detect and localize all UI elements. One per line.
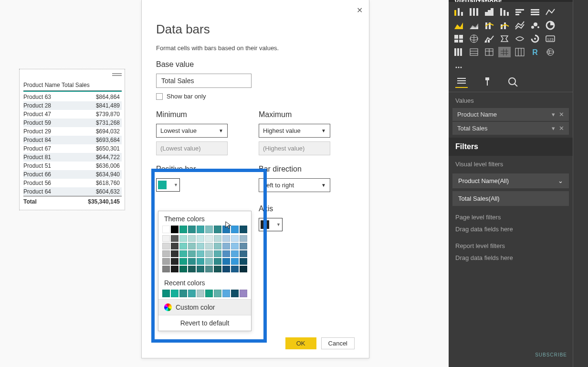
viz-type-icon[interactable] <box>452 7 465 17</box>
color-swatch[interactable] <box>240 226 247 233</box>
color-swatch[interactable] <box>214 266 221 272</box>
viz-type-icon[interactable] <box>468 20 480 31</box>
color-swatch[interactable] <box>179 266 187 272</box>
color-swatch[interactable] <box>231 235 239 242</box>
color-swatch[interactable] <box>179 258 187 265</box>
color-swatch[interactable] <box>197 226 204 233</box>
viz-type-icon[interactable] <box>514 47 526 57</box>
color-swatch[interactable] <box>197 235 204 242</box>
color-swatch[interactable] <box>171 250 178 257</box>
table-row[interactable]: Product 63$864,864 <box>23 93 122 101</box>
revert-default-button[interactable]: Revert to default <box>158 315 251 331</box>
viz-type-icon[interactable] <box>498 7 511 17</box>
table-row[interactable]: Product 59$731,268 <box>23 119 122 127</box>
chevron-down-icon[interactable]: ▾ <box>552 125 555 132</box>
report-filters-drop[interactable]: Drag data fields here <box>449 252 573 266</box>
cancel-button[interactable]: Cancel <box>321 337 355 349</box>
color-swatch[interactable] <box>240 258 247 265</box>
col-total-sales[interactable]: Total Sales <box>62 82 90 88</box>
color-swatch[interactable] <box>205 226 213 233</box>
maximum-select[interactable]: Highest value ▼ <box>259 124 330 138</box>
color-swatch[interactable] <box>188 235 196 242</box>
table-row[interactable]: Product 67$650,301 <box>23 144 122 153</box>
color-swatch[interactable] <box>205 266 213 272</box>
table-row[interactable]: Product 51$636,006 <box>23 162 122 170</box>
color-swatch[interactable] <box>171 226 178 233</box>
viz-type-icon[interactable] <box>468 47 480 57</box>
color-swatch[interactable] <box>222 290 230 297</box>
remove-icon[interactable]: ✕ <box>559 111 564 118</box>
viz-type-icon[interactable]: R <box>529 47 541 57</box>
filter-pill[interactable]: Total Sales(All) <box>452 191 569 206</box>
viz-type-icon[interactable] <box>498 33 511 44</box>
color-swatch[interactable] <box>162 243 170 249</box>
color-swatch[interactable] <box>171 235 178 242</box>
color-swatch[interactable] <box>231 258 239 265</box>
color-swatch[interactable] <box>179 290 187 297</box>
color-swatch[interactable] <box>214 258 221 265</box>
field-pill[interactable]: Total Sales▾✕ <box>452 122 569 135</box>
ok-button[interactable]: OK <box>285 337 316 349</box>
viz-type-icon[interactable] <box>514 20 526 31</box>
color-swatch[interactable] <box>222 226 230 233</box>
color-swatch[interactable] <box>162 226 170 233</box>
viz-type-icon[interactable] <box>529 33 541 44</box>
color-swatch[interactable] <box>171 290 178 297</box>
analytics-tab[interactable] <box>507 76 519 88</box>
color-swatch[interactable] <box>205 250 213 257</box>
viz-type-icon[interactable] <box>452 20 465 31</box>
table-row[interactable]: Product 28$841,489 <box>23 101 122 110</box>
checkbox-icon[interactable] <box>156 93 163 100</box>
viz-type-icon[interactable]: 123 <box>544 33 556 44</box>
viz-type-icon[interactable] <box>498 20 511 31</box>
viz-type-icon[interactable] <box>468 33 480 44</box>
color-swatch[interactable] <box>231 250 239 257</box>
color-swatch[interactable] <box>205 243 213 249</box>
color-swatch[interactable] <box>222 235 230 242</box>
color-swatch[interactable] <box>162 290 170 297</box>
color-swatch[interactable] <box>197 290 204 297</box>
bar-direction-select[interactable]: Left to right ▼ <box>259 178 330 192</box>
color-swatch[interactable] <box>240 266 247 272</box>
viz-type-icon[interactable] <box>529 7 541 17</box>
color-swatch[interactable] <box>179 250 187 257</box>
viz-type-icon[interactable] <box>452 33 465 44</box>
color-swatch[interactable] <box>179 226 187 233</box>
color-swatch[interactable] <box>197 243 204 249</box>
table-row[interactable]: Product 66$634,940 <box>23 170 122 179</box>
collapse-strip[interactable] <box>573 0 588 367</box>
table-row[interactable]: Product 29$694,032 <box>23 127 122 136</box>
color-swatch[interactable] <box>231 226 239 233</box>
viz-type-icon[interactable] <box>544 20 556 31</box>
viz-type-icon[interactable] <box>514 7 526 17</box>
color-swatch[interactable] <box>240 243 247 249</box>
viz-type-icon[interactable] <box>544 47 556 57</box>
color-swatch[interactable] <box>214 226 221 233</box>
color-swatch[interactable] <box>188 243 196 249</box>
color-swatch[interactable] <box>162 266 170 272</box>
color-swatch[interactable] <box>171 266 178 272</box>
remove-icon[interactable]: ✕ <box>559 125 564 132</box>
color-swatch[interactable] <box>188 266 196 272</box>
color-swatch[interactable] <box>240 290 247 297</box>
color-swatch[interactable] <box>240 250 247 257</box>
color-swatch[interactable] <box>197 258 204 265</box>
color-swatch[interactable] <box>188 226 196 233</box>
filters-header[interactable]: Filters <box>449 138 573 156</box>
chevron-down-icon[interactable]: ⌄ <box>558 177 563 184</box>
viz-type-icon[interactable] <box>483 33 495 44</box>
color-swatch[interactable] <box>162 235 170 242</box>
color-swatch[interactable] <box>214 250 221 257</box>
color-swatch[interactable] <box>171 258 178 265</box>
color-swatch[interactable] <box>222 266 230 272</box>
page-filters-drop[interactable]: Drag data fields here <box>449 224 573 237</box>
viz-type-icon[interactable] <box>544 7 556 17</box>
viz-type-icon[interactable] <box>468 7 480 17</box>
viz-type-icon[interactable] <box>514 33 526 44</box>
color-swatch[interactable] <box>188 258 196 265</box>
color-swatch[interactable] <box>197 250 204 257</box>
color-swatch[interactable] <box>197 266 204 272</box>
color-swatch[interactable] <box>179 235 187 242</box>
custom-color-button[interactable]: Custom color <box>158 299 251 315</box>
fields-tab[interactable] <box>455 76 468 88</box>
